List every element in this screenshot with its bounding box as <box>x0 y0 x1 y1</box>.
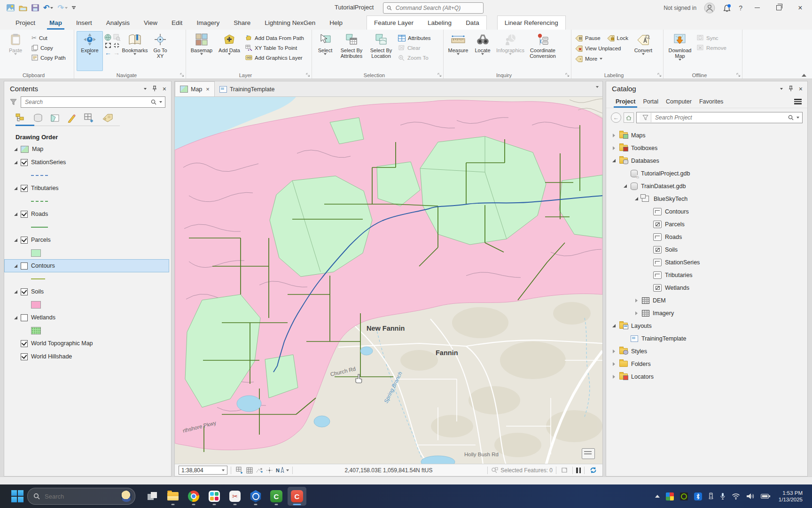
catalog-tab-computer[interactable]: Computer <box>662 95 695 108</box>
map-overview-button[interactable] <box>582 448 595 459</box>
back-arrow-icon[interactable]: ← <box>611 112 621 123</box>
contents-menu-chevron-icon[interactable] <box>144 88 147 90</box>
contours-symbol[interactable] <box>31 278 45 279</box>
camtasia-button[interactable]: C <box>267 487 286 506</box>
expander-icon[interactable] <box>635 299 638 302</box>
task-view-button[interactable] <box>143 487 162 506</box>
list-by-labeling-icon[interactable] <box>102 113 113 123</box>
tree-item-toolboxes[interactable]: Toolboxes <box>606 142 807 154</box>
layer-row-tributaries[interactable]: Tributaries <box>4 182 171 195</box>
tree-item-folders[interactable]: Folders <box>606 357 807 370</box>
weather-icon[interactable] <box>121 491 132 502</box>
list-by-selection-icon[interactable] <box>50 113 60 123</box>
search-icon[interactable] <box>151 99 156 105</box>
snipping-tool-button[interactable]: ✂ <box>226 487 244 506</box>
copy-button[interactable]: Copy <box>30 43 67 53</box>
layer-checkbox[interactable] <box>21 314 28 321</box>
layer-row-world-hillshade[interactable]: World Hillshade <box>4 350 171 363</box>
layer-checkbox[interactable] <box>21 185 28 192</box>
tributaries-symbol[interactable] <box>31 201 48 202</box>
measure-button[interactable]: Measure <box>446 31 470 71</box>
add-grid-icon[interactable] <box>236 467 243 474</box>
close-button[interactable]: × <box>793 0 807 16</box>
tab-edit[interactable]: Edit <box>164 16 189 30</box>
catalog-menu-chevron-icon[interactable] <box>780 88 783 90</box>
offline-dialog-launcher-icon[interactable] <box>736 73 741 77</box>
lock-labeling-button[interactable]: Lock <box>606 33 630 43</box>
layer-row-roads[interactable]: Roads <box>4 207 171 221</box>
previous-extent-icon[interactable]: ← <box>105 50 111 56</box>
layer-checkbox[interactable] <box>21 237 28 244</box>
copy-path-button[interactable]: Copy Path <box>30 53 67 63</box>
pause-labeling-button[interactable]: Pause <box>574 33 602 43</box>
tree-item-imagery[interactable]: Imagery <box>606 307 807 319</box>
catalog-search-box[interactable] <box>636 112 803 123</box>
tab-linear-referencing[interactable]: Linear Referencing <box>498 16 565 30</box>
selection-dialog-launcher-icon[interactable] <box>437 73 442 77</box>
bluetooth-icon[interactable] <box>694 492 702 500</box>
tree-item-soils[interactable]: Soils <box>606 243 807 256</box>
inquiry-dialog-launcher-icon[interactable] <box>565 73 570 77</box>
expander-icon[interactable] <box>612 159 616 162</box>
labeling-dialog-launcher-icon[interactable] <box>657 73 662 77</box>
tree-item-trainingtemplate[interactable]: TrainingTemplate <box>606 332 807 345</box>
layer-checkbox[interactable] <box>21 262 28 270</box>
close-map-tab-icon[interactable]: × <box>206 86 210 93</box>
wetlands-symbol[interactable] <box>31 327 41 334</box>
scale-combobox[interactable]: 1:38,804 <box>179 466 227 475</box>
tree-item-traindataset-gdb[interactable]: TrainDataset.gdb <box>606 180 807 192</box>
tab-data[interactable]: Data <box>459 16 486 30</box>
expander-icon[interactable] <box>14 161 17 164</box>
refresh-icon[interactable] <box>589 467 597 474</box>
tree-item-parcels[interactable]: Parcels <box>606 218 807 230</box>
minimize-button[interactable] <box>750 0 764 16</box>
tab-lightning-nexgen[interactable]: Lightning NexGen <box>258 16 322 30</box>
convert-labels-button[interactable]: Convert <box>631 31 656 71</box>
tree-item-blueskytech[interactable]: BlueSkyTech <box>606 192 807 205</box>
sync-button[interactable]: Sync <box>695 33 728 43</box>
command-search[interactable] <box>383 2 484 14</box>
tray-expand-icon[interactable] <box>655 495 660 498</box>
tree-item-tutorialproject-gdb[interactable]: TutorialProject.gdb <box>606 167 807 180</box>
layer-checkbox[interactable] <box>21 288 28 295</box>
view-unplaced-button[interactable]: View Unplaced <box>574 43 630 53</box>
tree-item-tributaries[interactable]: Tributaries <box>606 269 807 281</box>
layer-checkbox[interactable] <box>21 211 28 218</box>
expander-icon[interactable] <box>14 148 17 151</box>
layer-row-soils[interactable]: Soils <box>4 285 171 298</box>
expander-icon[interactable] <box>613 134 615 137</box>
tree-item-dem[interactable]: DEM <box>606 294 807 307</box>
expander-icon[interactable] <box>14 264 17 268</box>
tree-item-locators[interactable]: Locators <box>606 370 807 383</box>
tab-share[interactable]: Share <box>226 16 258 30</box>
more-labeling-button[interactable]: More <box>574 54 630 64</box>
list-by-snapping-icon[interactable] <box>84 113 94 123</box>
signin-status[interactable]: Not signed in <box>664 5 696 11</box>
add-data-from-path-button[interactable]: Add Data From Path <box>244 33 305 43</box>
save-project-icon[interactable] <box>31 4 39 11</box>
view-list-chevron-icon[interactable] <box>596 86 599 88</box>
tree-item-layouts[interactable]: Layouts <box>606 319 807 332</box>
bookmarks-button[interactable]: Bookmarks <box>122 31 148 71</box>
expander-icon[interactable] <box>14 213 17 216</box>
tree-item-stationseries[interactable]: StationSeries <box>606 256 807 269</box>
wifi-icon[interactable] <box>732 493 740 500</box>
collapse-ribbon-icon[interactable] <box>802 74 806 77</box>
tree-item-styles[interactable]: Styles <box>606 345 807 357</box>
camtasia-recorder-button[interactable]: C <box>288 487 306 506</box>
redo-button[interactable]: ↷ <box>57 5 67 11</box>
xy-table-to-point-button[interactable]: XY Table To Point <box>244 43 305 53</box>
fixed-zoom-out-icon[interactable] <box>113 42 120 48</box>
list-by-editing-icon[interactable] <box>67 113 77 123</box>
restore-button[interactable] <box>772 0 786 16</box>
filter-icon[interactable] <box>640 113 651 122</box>
tab-labeling[interactable]: Labeling <box>421 16 459 30</box>
layer-checkbox[interactable] <box>21 353 28 360</box>
select-by-location-button[interactable]: Select By Location <box>367 31 395 71</box>
tab-map-view[interactable]: Map × <box>175 81 215 96</box>
search-options-chevron-icon[interactable] <box>159 101 162 103</box>
expander-icon[interactable] <box>613 349 615 353</box>
paste-button[interactable]: Paste <box>2 31 29 71</box>
search-options-chevron-icon[interactable] <box>796 117 799 119</box>
avg-antivirus-icon[interactable] <box>666 492 674 500</box>
